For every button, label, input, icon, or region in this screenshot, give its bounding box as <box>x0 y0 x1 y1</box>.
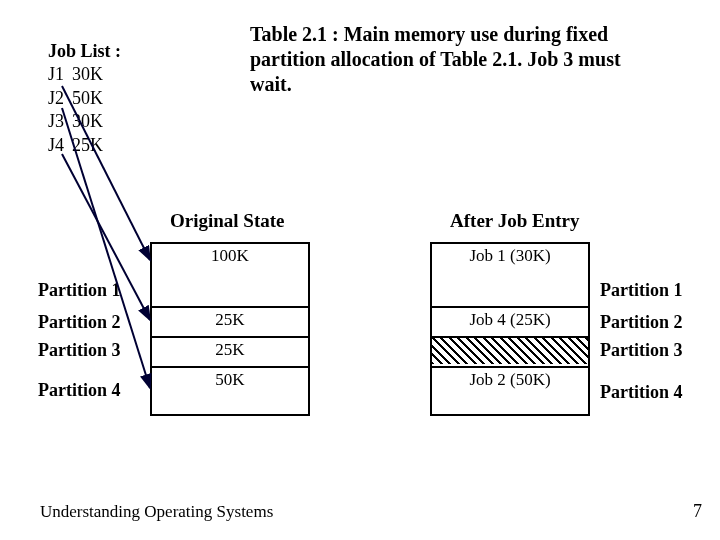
job-size: 50K <box>72 87 111 110</box>
partition-label: Partition 2 <box>38 312 121 333</box>
partition-label: Partition 3 <box>600 340 683 361</box>
footer-text: Understanding Operating Systems <box>40 502 273 522</box>
job-size: 30K <box>72 63 111 86</box>
table-caption: Table 2.1 : Main memory use during fixed… <box>250 22 630 97</box>
partition-cell: 100K <box>152 244 308 308</box>
partition-cell: Job 1 (30K) <box>432 244 588 308</box>
partition-cell: 50K <box>152 368 308 414</box>
job-size: 25K <box>72 134 111 157</box>
column-header-original: Original State <box>170 210 285 232</box>
job-name: J1 <box>48 63 72 86</box>
partition-label: Partition 3 <box>38 340 121 361</box>
job-name: J4 <box>48 134 72 157</box>
job-list-header: Job List : <box>48 40 121 63</box>
hatched-unused-partition <box>432 338 588 364</box>
job-name: J3 <box>48 110 72 133</box>
partition-cell: Job 2 (50K) <box>432 368 588 414</box>
job-name: J2 <box>48 87 72 110</box>
partition-cell: 25K <box>152 308 308 338</box>
partition-label: Partition 1 <box>38 280 121 301</box>
job-list: Job List : J130K J250K J330K J425K <box>48 40 121 157</box>
partition-cell: 25K <box>152 338 308 368</box>
partition-cell: Job 4 (25K) <box>432 308 588 338</box>
column-header-after: After Job Entry <box>450 210 579 232</box>
partition-label: Partition 4 <box>38 380 121 401</box>
job-list-table: J130K J250K J330K J425K <box>48 63 111 157</box>
partition-label: Partition 4 <box>600 382 683 403</box>
job-size: 30K <box>72 110 111 133</box>
partition-label: Partition 1 <box>600 280 683 301</box>
page-number: 7 <box>693 501 702 522</box>
partition-label: Partition 2 <box>600 312 683 333</box>
memory-after: Job 1 (30K) Job 4 (25K) Job 2 (50K) <box>430 242 590 416</box>
memory-original: 100K 25K 25K 50K <box>150 242 310 416</box>
